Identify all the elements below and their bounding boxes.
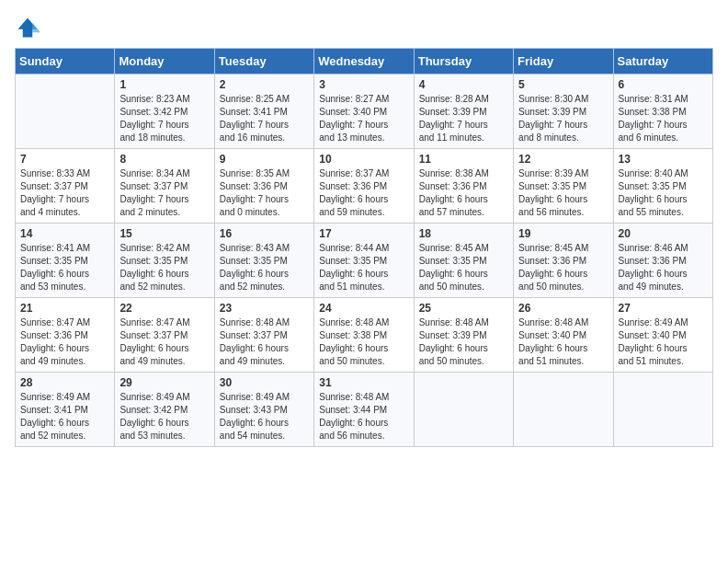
calendar-cell: 7Sunrise: 8:33 AMSunset: 3:37 PMDaylight… <box>16 149 115 224</box>
header-day-wednesday: Wednesday <box>314 49 414 75</box>
day-number: 25 <box>419 302 508 315</box>
cell-content: Sunrise: 8:48 AMSunset: 3:44 PMDaylight:… <box>319 391 408 442</box>
day-number: 19 <box>518 227 608 240</box>
week-row-0: 1Sunrise: 8:23 AMSunset: 3:42 PMDaylight… <box>16 75 713 149</box>
calendar-cell: 17Sunrise: 8:44 AMSunset: 3:35 PMDayligh… <box>314 224 414 298</box>
cell-content: Sunrise: 8:45 AMSunset: 3:35 PMDaylight:… <box>419 242 508 293</box>
calendar-table: SundayMondayTuesdayWednesdayThursdayFrid… <box>15 48 713 447</box>
day-number: 18 <box>419 227 508 240</box>
day-number: 5 <box>518 78 608 91</box>
day-number: 31 <box>319 376 408 389</box>
cell-content: Sunrise: 8:44 AMSunset: 3:35 PMDaylight:… <box>319 242 408 293</box>
calendar-cell: 23Sunrise: 8:48 AMSunset: 3:37 PMDayligh… <box>214 298 313 373</box>
week-row-4: 28Sunrise: 8:49 AMSunset: 3:41 PMDayligh… <box>16 373 713 447</box>
day-number: 30 <box>220 376 309 389</box>
day-number: 17 <box>319 227 408 240</box>
calendar-cell: 18Sunrise: 8:45 AMSunset: 3:35 PMDayligh… <box>414 224 513 298</box>
cell-content: Sunrise: 8:49 AMSunset: 3:40 PMDaylight:… <box>619 316 708 368</box>
svg-marker-1 <box>32 23 40 33</box>
calendar-cell: 8Sunrise: 8:34 AMSunset: 3:37 PMDaylight… <box>115 149 214 224</box>
calendar-body: 1Sunrise: 8:23 AMSunset: 3:42 PMDaylight… <box>16 75 713 447</box>
calendar-cell: 13Sunrise: 8:40 AMSunset: 3:35 PMDayligh… <box>613 149 712 224</box>
day-number: 7 <box>20 153 109 166</box>
calendar-cell: 9Sunrise: 8:35 AMSunset: 3:36 PMDaylight… <box>214 149 313 224</box>
cell-content: Sunrise: 8:39 AMSunset: 3:35 PMDaylight:… <box>518 167 608 219</box>
week-row-2: 14Sunrise: 8:41 AMSunset: 3:35 PMDayligh… <box>16 224 713 298</box>
cell-content: Sunrise: 8:49 AMSunset: 3:43 PMDaylight:… <box>220 391 309 442</box>
header-day-thursday: Thursday <box>414 49 513 75</box>
cell-content: Sunrise: 8:48 AMSunset: 3:40 PMDaylight:… <box>518 316 608 368</box>
calendar-cell: 30Sunrise: 8:49 AMSunset: 3:43 PMDayligh… <box>214 373 313 447</box>
header-row: SundayMondayTuesdayWednesdayThursdayFrid… <box>16 49 713 75</box>
cell-content: Sunrise: 8:49 AMSunset: 3:41 PMDaylight:… <box>20 391 109 442</box>
cell-content: Sunrise: 8:43 AMSunset: 3:35 PMDaylight:… <box>220 242 309 293</box>
calendar-cell: 11Sunrise: 8:38 AMSunset: 3:36 PMDayligh… <box>414 149 513 224</box>
cell-content: Sunrise: 8:31 AMSunset: 3:38 PMDaylight:… <box>619 93 708 144</box>
day-number: 9 <box>220 153 309 166</box>
cell-content: Sunrise: 8:47 AMSunset: 3:36 PMDaylight:… <box>20 316 109 368</box>
cell-content: Sunrise: 8:33 AMSunset: 3:37 PMDaylight:… <box>20 167 109 219</box>
day-number: 28 <box>20 376 109 389</box>
cell-content: Sunrise: 8:28 AMSunset: 3:39 PMDaylight:… <box>419 93 508 144</box>
cell-content: Sunrise: 8:46 AMSunset: 3:36 PMDaylight:… <box>619 242 708 293</box>
cell-content: Sunrise: 8:37 AMSunset: 3:36 PMDaylight:… <box>319 167 408 219</box>
day-number: 26 <box>518 302 608 315</box>
cell-content: Sunrise: 8:30 AMSunset: 3:39 PMDaylight:… <box>518 93 608 144</box>
cell-content: Sunrise: 8:47 AMSunset: 3:37 PMDaylight:… <box>119 316 209 368</box>
calendar-cell: 12Sunrise: 8:39 AMSunset: 3:35 PMDayligh… <box>514 149 613 224</box>
cell-content: Sunrise: 8:40 AMSunset: 3:35 PMDaylight:… <box>619 167 708 219</box>
cell-content: Sunrise: 8:35 AMSunset: 3:36 PMDaylight:… <box>220 167 309 219</box>
day-number: 20 <box>619 227 708 240</box>
day-number: 21 <box>20 302 109 315</box>
calendar-cell: 22Sunrise: 8:47 AMSunset: 3:37 PMDayligh… <box>115 298 214 373</box>
logo-icon <box>15 15 40 40</box>
day-number: 16 <box>220 227 309 240</box>
week-row-3: 21Sunrise: 8:47 AMSunset: 3:36 PMDayligh… <box>16 298 713 373</box>
day-number: 3 <box>319 78 408 91</box>
calendar-cell: 28Sunrise: 8:49 AMSunset: 3:41 PMDayligh… <box>16 373 115 447</box>
calendar-cell: 29Sunrise: 8:49 AMSunset: 3:42 PMDayligh… <box>115 373 214 447</box>
day-number: 15 <box>119 227 209 240</box>
header-day-saturday: Saturday <box>613 49 712 75</box>
cell-content: Sunrise: 8:45 AMSunset: 3:36 PMDaylight:… <box>518 242 608 293</box>
calendar-cell: 1Sunrise: 8:23 AMSunset: 3:42 PMDaylight… <box>115 75 214 149</box>
calendar-cell: 2Sunrise: 8:25 AMSunset: 3:41 PMDaylight… <box>214 75 313 149</box>
day-number: 10 <box>319 153 408 166</box>
day-number: 4 <box>419 78 508 91</box>
day-number: 29 <box>119 376 209 389</box>
day-number: 6 <box>619 78 708 91</box>
calendar-cell: 25Sunrise: 8:48 AMSunset: 3:39 PMDayligh… <box>414 298 513 373</box>
calendar-cell: 19Sunrise: 8:45 AMSunset: 3:36 PMDayligh… <box>514 224 613 298</box>
page-header <box>15 15 713 40</box>
day-number: 11 <box>419 153 508 166</box>
cell-content: Sunrise: 8:38 AMSunset: 3:36 PMDaylight:… <box>419 167 508 219</box>
cell-content: Sunrise: 8:48 AMSunset: 3:37 PMDaylight:… <box>220 316 309 368</box>
cell-content: Sunrise: 8:48 AMSunset: 3:39 PMDaylight:… <box>419 316 508 368</box>
cell-content: Sunrise: 8:41 AMSunset: 3:35 PMDaylight:… <box>20 242 109 293</box>
calendar-cell: 3Sunrise: 8:27 AMSunset: 3:40 PMDaylight… <box>314 75 414 149</box>
calendar-cell: 20Sunrise: 8:46 AMSunset: 3:36 PMDayligh… <box>613 224 712 298</box>
day-number: 12 <box>518 153 608 166</box>
calendar-cell: 31Sunrise: 8:48 AMSunset: 3:44 PMDayligh… <box>314 373 414 447</box>
calendar-cell: 6Sunrise: 8:31 AMSunset: 3:38 PMDaylight… <box>613 75 712 149</box>
calendar-cell: 5Sunrise: 8:30 AMSunset: 3:39 PMDaylight… <box>514 75 613 149</box>
calendar-cell: 10Sunrise: 8:37 AMSunset: 3:36 PMDayligh… <box>314 149 414 224</box>
calendar-cell: 14Sunrise: 8:41 AMSunset: 3:35 PMDayligh… <box>16 224 115 298</box>
calendar-cell <box>613 373 712 447</box>
calendar-cell: 24Sunrise: 8:48 AMSunset: 3:38 PMDayligh… <box>314 298 414 373</box>
day-number: 22 <box>119 302 209 315</box>
cell-content: Sunrise: 8:34 AMSunset: 3:37 PMDaylight:… <box>119 167 209 219</box>
day-number: 8 <box>119 153 209 166</box>
calendar-cell: 27Sunrise: 8:49 AMSunset: 3:40 PMDayligh… <box>613 298 712 373</box>
calendar-cell: 26Sunrise: 8:48 AMSunset: 3:40 PMDayligh… <box>514 298 613 373</box>
calendar-cell <box>514 373 613 447</box>
calendar-header: SundayMondayTuesdayWednesdayThursdayFrid… <box>16 49 713 75</box>
day-number: 24 <box>319 302 408 315</box>
day-number: 2 <box>220 78 309 91</box>
header-day-monday: Monday <box>115 49 214 75</box>
header-day-tuesday: Tuesday <box>214 49 313 75</box>
logo <box>15 15 44 40</box>
cell-content: Sunrise: 8:49 AMSunset: 3:42 PMDaylight:… <box>119 391 209 442</box>
header-day-friday: Friday <box>514 49 613 75</box>
calendar-cell <box>16 75 115 149</box>
